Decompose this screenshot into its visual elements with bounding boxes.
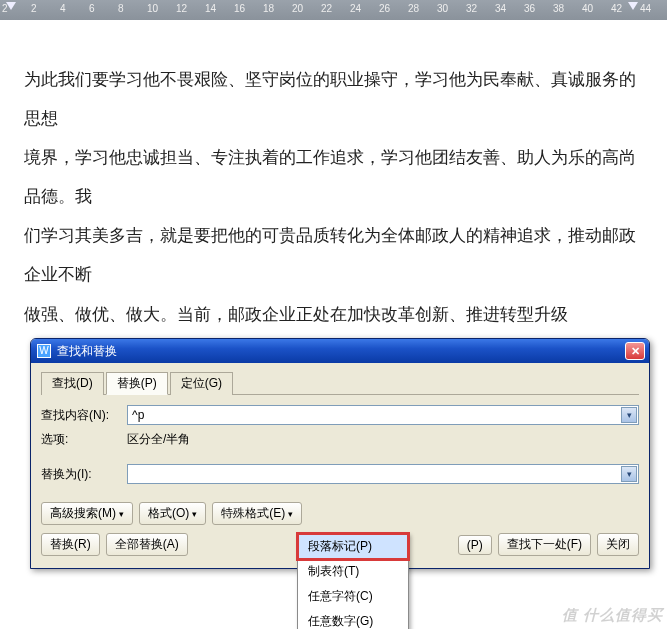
ruler-tick: 36 [524, 3, 535, 14]
find-next-button[interactable]: 查找下一处(F) [498, 533, 591, 556]
find-replace-dialog: W 查找和替换 ✕ 查找(D) 替换(P) 定位(G) 查找内容(N): ^p … [30, 338, 650, 569]
dialog-title: 查找和替换 [57, 343, 117, 360]
find-what-value: ^p [132, 408, 144, 422]
options-label: 选项: [41, 431, 127, 448]
replace-all-button[interactable]: 全部替换(A) [106, 533, 188, 556]
watermark: 值 什么值得买 [562, 606, 663, 625]
app-icon: W [37, 344, 51, 358]
ruler-tick: 38 [553, 3, 564, 14]
paragraph: 做强、做优、做大。当前，邮政企业正处在加快改革创新、推进转型升级 [24, 295, 643, 334]
replace-with-label: 替换为(I): [41, 466, 127, 483]
menu-paragraph-mark[interactable]: 段落标记(P) [298, 534, 408, 559]
ruler-tick: 30 [437, 3, 448, 14]
dialog-titlebar[interactable]: W 查找和替换 ✕ [31, 339, 649, 363]
special-format-button[interactable]: 特殊格式(E)▾ [212, 502, 302, 525]
find-what-input[interactable]: ^p ▾ [127, 405, 639, 425]
chevron-down-icon[interactable]: ▾ [621, 466, 637, 482]
ruler-tick: 32 [466, 3, 477, 14]
ruler-tick: 34 [495, 3, 506, 14]
paragraph: 们学习其美多吉，就是要把他的可贵品质转化为全体邮政人的精神追求，推动邮政企业不断 [24, 216, 643, 294]
ruler-tick: 28 [408, 3, 419, 14]
replace-button[interactable]: 替换(R) [41, 533, 100, 556]
menu-any-char[interactable]: 任意字符(C) [298, 584, 408, 609]
middle-button-row: 高级搜索(M)▾ 格式(O)▾ 特殊格式(E)▾ [41, 502, 639, 525]
replace-with-input[interactable]: ▾ [127, 464, 639, 484]
close-button[interactable]: ✕ [625, 342, 645, 360]
ruler-tick: 12 [176, 3, 187, 14]
ruler-tick: 2 [2, 3, 8, 14]
ruler-tick: 22 [321, 3, 332, 14]
advanced-search-button[interactable]: 高级搜索(M)▾ [41, 502, 133, 525]
tab-replace[interactable]: 替换(P) [106, 372, 168, 395]
ruler-tick: 24 [350, 3, 361, 14]
ruler-tick: 42 [611, 3, 622, 14]
ruler-tick: 8 [118, 3, 124, 14]
ruler-tick: 16 [234, 3, 245, 14]
ruler-tick: 10 [147, 3, 158, 14]
format-button[interactable]: 格式(O)▾ [139, 502, 206, 525]
paragraph: 境界，学习他忠诚担当、专注执着的工作追求，学习他团结友善、助人为乐的高尚品德。我 [24, 138, 643, 216]
ruler-tick: 40 [582, 3, 593, 14]
document-body: 为此我们要学习他不畏艰险、坚守岗位的职业操守，学习他为民奉献、真诚服务的思想 境… [0, 20, 667, 344]
ruler-tick: 4 [60, 3, 66, 14]
ruler-tick: 44 [640, 3, 651, 14]
ruler-tick: 18 [263, 3, 274, 14]
menu-tab-char[interactable]: 制表符(T) [298, 559, 408, 584]
special-format-menu: 段落标记(P) 制表符(T) 任意字符(C) 任意数字(G) [297, 533, 409, 629]
options-value: 区分全/半角 [127, 431, 190, 448]
dialog-tabs: 查找(D) 替换(P) 定位(G) [41, 371, 639, 395]
find-what-label: 查找内容(N): [41, 407, 127, 424]
close-dialog-button[interactable]: 关闭 [597, 533, 639, 556]
paragraph: 为此我们要学习他不畏艰险、坚守岗位的职业操守，学习他为民奉献、真诚服务的思想 [24, 60, 643, 138]
tab-find[interactable]: 查找(D) [41, 372, 104, 395]
chevron-down-icon[interactable]: ▾ [621, 407, 637, 423]
ruler-tick: 14 [205, 3, 216, 14]
dialog-body: 查找(D) 替换(P) 定位(G) 查找内容(N): ^p ▾ 选项: 区分全/… [31, 363, 649, 568]
tab-goto[interactable]: 定位(G) [170, 372, 233, 395]
horizontal-ruler: 2246810121416182022242628303234363840424… [0, 0, 667, 20]
in-button[interactable]: (P) [458, 535, 492, 555]
indent-marker-right[interactable] [628, 2, 638, 10]
ruler-tick: 26 [379, 3, 390, 14]
ruler-tick: 20 [292, 3, 303, 14]
ruler-tick: 6 [89, 3, 95, 14]
menu-any-digit[interactable]: 任意数字(G) [298, 609, 408, 629]
ruler-tick: 2 [31, 3, 37, 14]
